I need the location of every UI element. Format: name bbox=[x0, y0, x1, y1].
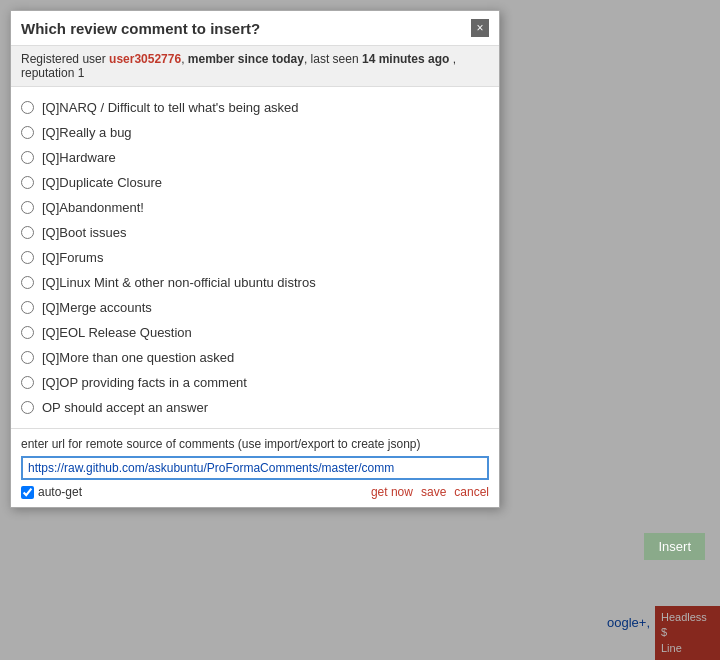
insert-button[interactable]: Insert bbox=[644, 533, 705, 560]
radio-option-opt9[interactable] bbox=[21, 301, 34, 314]
list-item: [Q]Hardware bbox=[21, 145, 489, 170]
option-label-opt12[interactable]: [Q]OP providing facts in a comment bbox=[42, 375, 247, 390]
modal-title: Which review comment to insert? bbox=[21, 20, 260, 37]
option-label-opt10[interactable]: [Q]EOL Release Question bbox=[42, 325, 192, 340]
last-seen-label: last seen bbox=[311, 52, 362, 66]
radio-option-opt2[interactable] bbox=[21, 126, 34, 139]
option-label-opt2[interactable]: [Q]Really a bug bbox=[42, 125, 132, 140]
list-item: [Q]EOL Release Question bbox=[21, 320, 489, 345]
username[interactable]: user3052776 bbox=[109, 52, 181, 66]
footer-actions: auto-get get now save cancel bbox=[21, 485, 489, 499]
list-item: [Q]Duplicate Closure bbox=[21, 170, 489, 195]
radio-option-opt11[interactable] bbox=[21, 351, 34, 364]
list-item: [Q]Boot issues bbox=[21, 220, 489, 245]
auto-get-label: auto-get bbox=[21, 485, 82, 499]
option-label-opt13[interactable]: OP should accept an answer bbox=[42, 400, 208, 415]
option-label-opt11[interactable]: [Q]More than one question asked bbox=[42, 350, 234, 365]
radio-option-opt1[interactable] bbox=[21, 101, 34, 114]
get-now-button[interactable]: get now bbox=[371, 485, 413, 499]
url-input[interactable] bbox=[21, 456, 489, 480]
radio-option-opt3[interactable] bbox=[21, 151, 34, 164]
radio-option-opt4[interactable] bbox=[21, 176, 34, 189]
member-label: member bbox=[188, 52, 235, 66]
radio-option-opt13[interactable] bbox=[21, 401, 34, 414]
radio-option-opt7[interactable] bbox=[21, 251, 34, 264]
list-item: [Q]NARQ / Difficult to tell what's being… bbox=[21, 95, 489, 120]
option-label-opt3[interactable]: [Q]Hardware bbox=[42, 150, 116, 165]
option-label-opt7[interactable]: [Q]Forums bbox=[42, 250, 103, 265]
list-item: [Q]OP providing facts in a comment bbox=[21, 370, 489, 395]
list-item: [Q]Forums bbox=[21, 245, 489, 270]
option-label-opt8[interactable]: [Q]Linux Mint & other non-official ubunt… bbox=[42, 275, 316, 290]
option-label-opt5[interactable]: [Q]Abandonment! bbox=[42, 200, 144, 215]
list-item: [Q]Really a bug bbox=[21, 120, 489, 145]
last-seen-value: 14 minutes ago bbox=[362, 52, 449, 66]
list-item: [Q]Abandonment! bbox=[21, 195, 489, 220]
user-type: user bbox=[82, 52, 105, 66]
radio-option-opt5[interactable] bbox=[21, 201, 34, 214]
auto-get-text: auto-get bbox=[38, 485, 82, 499]
user-info-bar: Registered user user3052776, member sinc… bbox=[11, 46, 499, 87]
list-item: [Q]Merge accounts bbox=[21, 295, 489, 320]
review-comment-modal: Which review comment to insert? × Regist… bbox=[10, 10, 500, 508]
option-label-opt4[interactable]: [Q]Duplicate Closure bbox=[42, 175, 162, 190]
modal-header: Which review comment to insert? × bbox=[11, 11, 499, 46]
options-list: [Q]NARQ / Difficult to tell what's being… bbox=[11, 87, 499, 428]
list-item: [Q]Linux Mint & other non-official ubunt… bbox=[21, 270, 489, 295]
option-label-opt9[interactable]: [Q]Merge accounts bbox=[42, 300, 152, 315]
radio-option-opt12[interactable] bbox=[21, 376, 34, 389]
cancel-button[interactable]: cancel bbox=[454, 485, 489, 499]
radio-option-opt6[interactable] bbox=[21, 226, 34, 239]
save-button[interactable]: save bbox=[421, 485, 446, 499]
modal-footer: enter url for remote source of comments … bbox=[11, 428, 499, 507]
comma: , bbox=[181, 52, 184, 66]
reputation-value: 1 bbox=[78, 66, 85, 80]
since-text: since today, bbox=[238, 52, 307, 66]
url-description: enter url for remote source of comments … bbox=[21, 437, 489, 451]
registered-text: Registered bbox=[21, 52, 79, 66]
option-label-opt6[interactable]: [Q]Boot issues bbox=[42, 225, 127, 240]
list-item: OP should accept an answer bbox=[21, 395, 489, 420]
option-label-opt1[interactable]: [Q]NARQ / Difficult to tell what's being… bbox=[42, 100, 299, 115]
auto-get-checkbox[interactable] bbox=[21, 486, 34, 499]
radio-option-opt10[interactable] bbox=[21, 326, 34, 339]
action-links: get now save cancel bbox=[371, 485, 489, 499]
list-item: [Q]More than one question asked bbox=[21, 345, 489, 370]
close-button[interactable]: × bbox=[471, 19, 489, 37]
radio-option-opt8[interactable] bbox=[21, 276, 34, 289]
